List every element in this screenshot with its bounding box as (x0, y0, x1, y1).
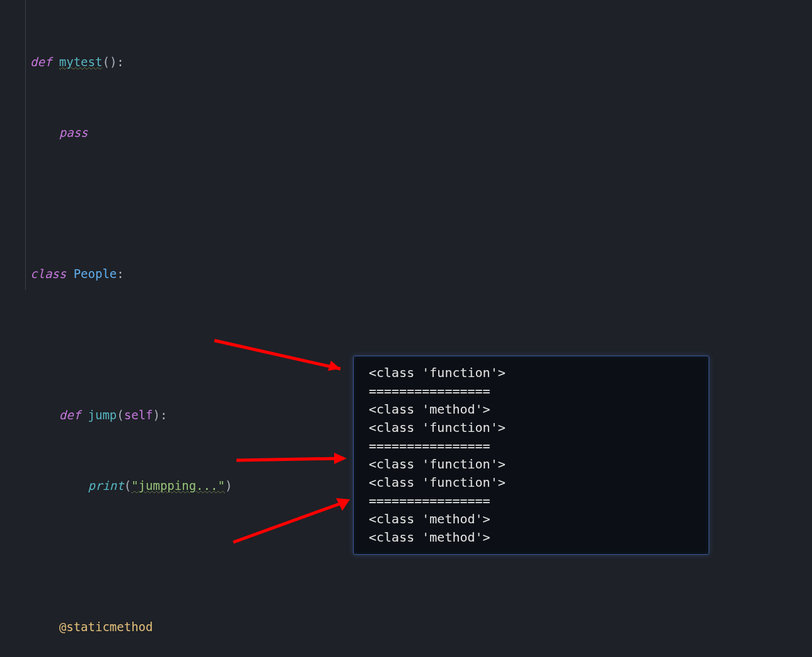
code-line[interactable]: def mytest(): (30, 53, 812, 71)
code-line[interactable]: class People: (30, 265, 812, 282)
function-name: mytest (59, 55, 103, 69)
code-editor[interactable]: def mytest(): pass class People: def jum… (0, 0, 812, 657)
param-self: self (124, 408, 153, 422)
keyword-pass: pass (59, 125, 88, 139)
keyword-def: def (30, 55, 52, 69)
keyword-class: class (30, 267, 66, 281)
string-literal: "jumpping..." (131, 479, 225, 492)
code-line[interactable] (30, 194, 812, 212)
code-content[interactable]: def mytest(): pass class People: def jum… (0, 0, 812, 657)
output-panel: <class 'function'> ================ <cla… (353, 356, 709, 555)
indent-guide (25, 0, 26, 290)
decorator-staticmethod: @staticmethod (59, 620, 153, 634)
code-line[interactable] (30, 335, 812, 353)
method-name: jump (88, 408, 117, 422)
class-name: People (74, 267, 117, 281)
code-line[interactable]: pass (30, 124, 812, 141)
code-line[interactable]: @staticmethod (30, 618, 812, 636)
